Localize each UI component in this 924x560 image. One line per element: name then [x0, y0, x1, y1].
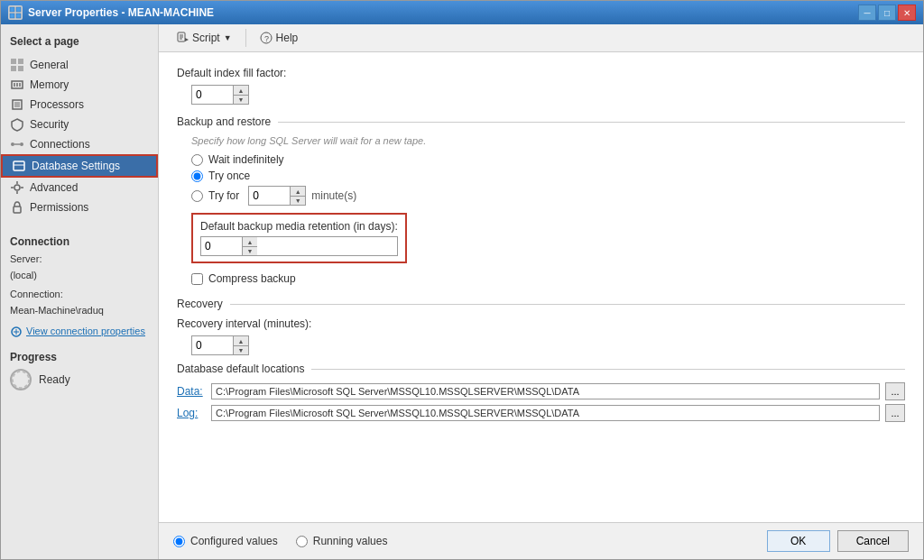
- title-bar-left: Server Properties - MEAN-MACHINE: [8, 5, 214, 20]
- data-label[interactable]: Data:: [177, 385, 206, 398]
- try-for-radio[interactable]: [191, 190, 203, 202]
- connection-value: Mean-Machine\raduq: [10, 305, 104, 316]
- sidebar-header: Select a page: [1, 32, 158, 55]
- sidebar-item-memory-label: Memory: [30, 78, 69, 91]
- progress-ready: Ready: [10, 369, 149, 390]
- retention-spin-buttons: ▲ ▼: [242, 237, 257, 255]
- retention-spin-up[interactable]: ▲: [243, 237, 257, 246]
- close-button[interactable]: ✕: [898, 5, 916, 21]
- restore-button[interactable]: □: [878, 5, 896, 21]
- general-icon: [10, 58, 24, 72]
- db-locations-divider: Database default locations: [177, 363, 905, 375]
- help-icon: ?: [260, 32, 273, 44]
- data-path-input[interactable]: [211, 383, 880, 399]
- compress-backup-label: Compress backup: [208, 272, 296, 285]
- minimize-button[interactable]: ─: [858, 5, 876, 21]
- compress-backup-checkbox[interactable]: [191, 273, 203, 285]
- script-label: Script: [192, 32, 220, 44]
- svg-point-15: [20, 142, 23, 146]
- fill-factor-label: Default index fill factor:: [177, 67, 286, 79]
- retention-input[interactable]: [201, 237, 242, 255]
- sidebar-item-database-settings[interactable]: Database Settings: [1, 154, 158, 178]
- recovery-section-title: Recovery: [177, 298, 223, 310]
- svg-rect-6: [11, 66, 16, 71]
- svg-rect-4: [11, 59, 16, 64]
- values-radio-group: Configured values Running values: [173, 535, 387, 547]
- sidebar-item-permissions-label: Permissions: [30, 201, 88, 214]
- fill-factor-spin-down[interactable]: ▼: [234, 95, 248, 104]
- sidebar-item-connections-label: Connections: [30, 138, 90, 151]
- backup-radio-group: Wait indefinitely Try once Try for ▲: [191, 153, 905, 206]
- toolbar-separator: [245, 29, 246, 47]
- try-once-radio[interactable]: [191, 170, 203, 182]
- fill-factor-row: Default index fill factor:: [177, 67, 905, 79]
- svg-rect-24: [14, 207, 21, 213]
- log-path-input[interactable]: [211, 405, 880, 421]
- sidebar-item-general[interactable]: General: [1, 55, 158, 75]
- memory-icon: [10, 78, 24, 92]
- svg-rect-11: [19, 83, 21, 87]
- running-values-radio[interactable]: [296, 536, 308, 547]
- progress-status: Ready: [39, 373, 70, 386]
- sidebar-item-processors[interactable]: Processors: [1, 95, 158, 115]
- connection-section-title: Connection: [10, 235, 149, 248]
- script-button[interactable]: Script ▼: [168, 28, 240, 48]
- sidebar-item-permissions[interactable]: Permissions: [1, 197, 158, 217]
- try-for-spin-down[interactable]: ▼: [291, 196, 305, 205]
- wait-indefinitely-radio[interactable]: [191, 154, 203, 166]
- wait-indefinitely-item: Wait indefinitely: [191, 153, 905, 166]
- svg-rect-1: [16, 7, 21, 12]
- sidebar-item-connections[interactable]: Connections: [1, 134, 158, 154]
- recovery-interval-input[interactable]: [192, 336, 233, 354]
- minutes-label: minute(s): [311, 189, 356, 202]
- svg-rect-3: [16, 14, 21, 18]
- backup-section-title: Backup and restore: [177, 115, 271, 128]
- backup-section-divider: Backup and restore: [177, 115, 905, 128]
- help-label: Help: [276, 32, 299, 44]
- try-for-item: Try for ▲ ▼ minute(s): [191, 186, 905, 206]
- recovery-interval-spin-up[interactable]: ▲: [234, 336, 248, 345]
- progress-section: Progress Ready: [1, 351, 158, 390]
- sidebar: Select a page General Memory Processors: [1, 24, 159, 559]
- ok-button[interactable]: OK: [767, 530, 830, 552]
- fill-factor-spin-up[interactable]: ▲: [234, 86, 248, 95]
- progress-section-title: Progress: [10, 351, 149, 363]
- sidebar-item-security[interactable]: Security: [1, 115, 158, 134]
- view-connection-properties-link[interactable]: View connection properties: [10, 324, 149, 340]
- try-for-input[interactable]: [249, 187, 290, 205]
- try-once-label: Try once: [208, 170, 250, 182]
- connection-section: Connection Server: (local) Connection: M…: [1, 235, 158, 340]
- main-window: Server Properties - MEAN-MACHINE ─ □ ✕ S…: [0, 0, 924, 560]
- main-content: Script ▼ ? Help Default index fill facto…: [159, 24, 923, 559]
- bottom-bar: Configured values Running values OK Canc…: [159, 522, 923, 559]
- fill-factor-spinner: ▲ ▼: [191, 85, 249, 105]
- svg-rect-0: [10, 7, 14, 12]
- window-title: Server Properties - MEAN-MACHINE: [28, 6, 214, 19]
- data-browse-button[interactable]: ...: [885, 382, 905, 400]
- fill-factor-input[interactable]: [192, 86, 233, 104]
- cancel-button[interactable]: Cancel: [837, 530, 909, 552]
- permissions-icon: [10, 200, 24, 215]
- svg-rect-17: [14, 161, 24, 170]
- log-browse-button[interactable]: ...: [885, 404, 905, 422]
- recovery-interval-spin-down[interactable]: ▼: [234, 345, 248, 354]
- help-button[interactable]: ? Help: [252, 28, 307, 48]
- try-for-spin-up[interactable]: ▲: [291, 187, 305, 196]
- svg-rect-5: [18, 59, 23, 64]
- processors-icon: [10, 97, 24, 112]
- retention-spin-down[interactable]: ▼: [243, 246, 257, 255]
- log-label[interactable]: Log:: [177, 407, 206, 419]
- sidebar-item-security-label: Security: [30, 118, 69, 131]
- recovery-interval-spinner: ▲ ▼: [191, 335, 249, 355]
- sidebar-item-database-settings-label: Database Settings: [32, 160, 120, 172]
- fill-factor-input-row: ▲ ▼: [191, 85, 905, 105]
- sidebar-item-memory[interactable]: Memory: [1, 75, 158, 95]
- sidebar-item-advanced[interactable]: Advanced: [1, 178, 158, 197]
- database-settings-icon: [12, 159, 26, 173]
- retention-spinner: ▲ ▼: [200, 236, 398, 256]
- configured-values-radio[interactable]: [173, 536, 185, 547]
- running-values-item: Running values: [296, 535, 388, 547]
- svg-text:?: ?: [264, 34, 269, 43]
- svg-rect-9: [14, 83, 15, 87]
- svg-rect-13: [14, 102, 20, 107]
